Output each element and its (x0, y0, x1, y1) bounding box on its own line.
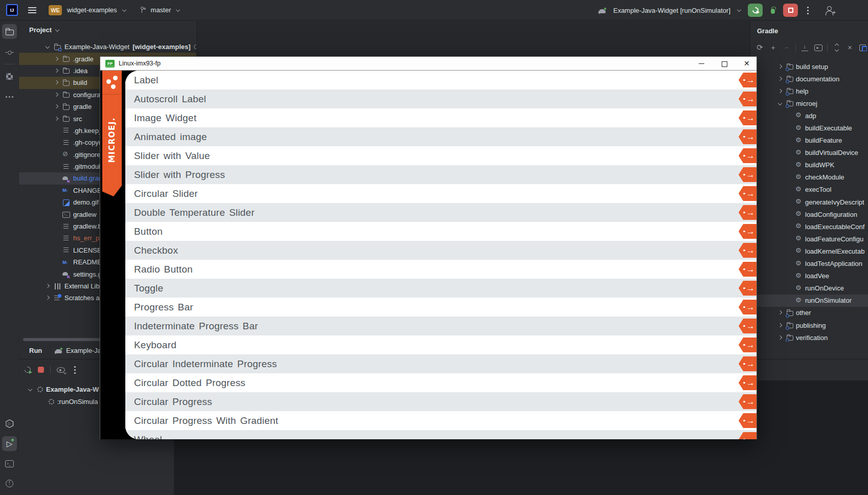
gradle-tree-row[interactable]: loadVee (750, 270, 868, 282)
open-widget-arrow-button[interactable]: → (739, 92, 756, 106)
open-widget-arrow-button[interactable]: → (739, 205, 756, 220)
chevron-icon[interactable] (786, 248, 794, 255)
open-widget-arrow-button[interactable]: → (739, 73, 756, 87)
run-task-icon[interactable] (814, 44, 822, 51)
gradle-tree-row[interactable]: generateIvyDescript (750, 196, 868, 208)
more-horizontal-icon[interactable] (2, 89, 17, 104)
gradle-tree-row[interactable]: loadKernelExecutab (750, 245, 868, 257)
services-icon[interactable]: ▷ (2, 416, 17, 431)
chevron-down-icon[interactable] (122, 8, 126, 12)
open-widget-arrow-button[interactable]: → (739, 110, 756, 125)
open-widget-arrow-button[interactable]: → (739, 375, 756, 390)
chevron-icon[interactable] (786, 124, 794, 132)
widget-list-item[interactable]: Circular Indeterminate Progress → (125, 354, 756, 373)
gradle-tree-row[interactable]: adp (750, 109, 868, 122)
chevron-icon[interactable] (786, 211, 794, 218)
gradle-tree-row[interactable]: runOnSimulator (750, 295, 868, 307)
chevron-icon[interactable] (786, 112, 794, 120)
chevron-icon[interactable] (53, 258, 61, 266)
chevron-icon[interactable] (53, 91, 61, 99)
chevron-icon[interactable] (777, 322, 785, 329)
run-button[interactable]: ▶ (748, 4, 763, 17)
gradle-tree-row[interactable]: buildVirtualDevice (750, 147, 868, 159)
open-widget-arrow-button[interactable]: → (739, 186, 756, 201)
open-widget-arrow-button[interactable]: → (739, 224, 756, 239)
structure-icon[interactable] (2, 69, 17, 84)
open-widget-arrow-button[interactable]: → (739, 356, 756, 371)
gradle-tree-row[interactable]: microej (750, 97, 868, 109)
widget-list-item[interactable]: Circular Progress → (125, 392, 756, 411)
chevron-icon[interactable] (777, 100, 785, 107)
gradle-tree-row[interactable]: publishing (750, 319, 868, 331)
chevron-icon[interactable] (44, 43, 52, 51)
stop-button[interactable] (783, 4, 798, 17)
expand-all-icon[interactable] (834, 43, 840, 52)
gradle-tree-row[interactable]: documentation (750, 73, 868, 85)
gradle-tree-row[interactable]: help (750, 85, 868, 97)
open-widget-arrow-button[interactable]: → (739, 432, 756, 439)
more-vertical-icon[interactable] (807, 10, 809, 11)
chevron-icon[interactable] (786, 149, 794, 156)
chevron-icon[interactable] (53, 67, 61, 75)
hamburger-icon[interactable] (28, 7, 36, 13)
widget-list-item[interactable]: Circular Slider → (125, 184, 756, 203)
open-widget-arrow-button[interactable]: → (739, 413, 756, 428)
tree-row[interactable]: Example-Java-Widget [widget-examples] C:… (19, 41, 196, 53)
gradle-tree-row[interactable]: other (750, 307, 868, 319)
widget-list-item[interactable]: Autoscroll Label → (125, 89, 756, 108)
widget-list-item[interactable]: Indeterminate Progress Bar → (125, 317, 756, 335)
widget-list-item[interactable]: Slider with Progress → (125, 165, 756, 184)
chevron-down-icon[interactable] (737, 8, 741, 12)
open-widget-arrow-button[interactable]: → (739, 167, 756, 182)
problems-icon[interactable]: ! (2, 476, 17, 491)
gradle-tree-row[interactable]: buildWPK (750, 159, 868, 171)
widget-list-item[interactable]: Keyboard → (125, 335, 756, 354)
project-folder-icon[interactable] (2, 24, 17, 39)
gradle-tree-row[interactable]: loadTestApplication (750, 258, 868, 270)
chevron-icon[interactable] (786, 223, 794, 231)
widget-list-item[interactable]: Button → (125, 222, 756, 241)
chevron-icon[interactable] (53, 187, 61, 194)
widget-list-item[interactable]: Label → (125, 71, 756, 89)
chevron-icon[interactable] (53, 234, 61, 242)
gradle-tree-row[interactable]: loadFeatureConfigu (750, 233, 868, 245)
chevron-icon[interactable] (53, 151, 61, 159)
run-configuration[interactable]: Example-Java-Widget [runOnSimulator] (613, 7, 730, 14)
chevron-icon[interactable] (53, 127, 61, 134)
widget-list-item[interactable]: Animated image → (125, 127, 756, 146)
open-widget-arrow-button[interactable]: → (739, 394, 756, 409)
group-tasks-icon[interactable] (859, 44, 867, 51)
branch-name[interactable]: master (151, 6, 171, 14)
chevron-icon[interactable] (27, 386, 35, 393)
add-user-icon[interactable]: + (825, 6, 834, 15)
chevron-icon[interactable] (786, 272, 794, 280)
chevron-icon[interactable] (53, 115, 61, 123)
widget-list-item[interactable]: Circular Progress With Gradient → (125, 411, 756, 430)
simulator-window[interactable]: FP Linux-imx93-fp ✕ MICROEJ. Label (100, 56, 757, 439)
chevron-icon[interactable] (44, 282, 52, 290)
chevron-icon[interactable] (777, 63, 785, 71)
terminal-icon[interactable]: >_ (2, 456, 17, 471)
widget-list-item[interactable]: Slider with Value → (125, 146, 756, 165)
chevron-icon[interactable] (53, 163, 61, 170)
sync-icon[interactable]: ⟳ (755, 43, 764, 52)
widget-list-item[interactable]: Circular Dotted Progress → (125, 373, 756, 392)
chevron-icon[interactable] (786, 186, 794, 193)
chevron-icon[interactable] (53, 246, 61, 254)
chevron-icon[interactable] (786, 137, 794, 144)
open-widget-arrow-button[interactable]: → (739, 262, 756, 277)
maximize-icon[interactable] (721, 61, 727, 66)
more-vertical-icon[interactable] (74, 369, 76, 371)
widget-list-item[interactable]: Double Temperature Slider → (125, 203, 756, 222)
widget-list-item[interactable]: Toggle → (125, 279, 756, 298)
chevron-icon[interactable] (786, 284, 794, 292)
chevron-icon[interactable] (777, 75, 785, 83)
widget-list-item[interactable]: Progress Bar → (125, 298, 756, 317)
minimize-icon[interactable] (699, 61, 704, 66)
chevron-icon[interactable] (53, 271, 61, 278)
chevron-icon[interactable] (53, 139, 61, 146)
chevron-down-icon[interactable] (176, 8, 180, 12)
chevron-down-icon[interactable] (55, 28, 59, 32)
open-widget-arrow-button[interactable]: → (739, 243, 756, 258)
minus-icon[interactable]: − (782, 43, 791, 52)
